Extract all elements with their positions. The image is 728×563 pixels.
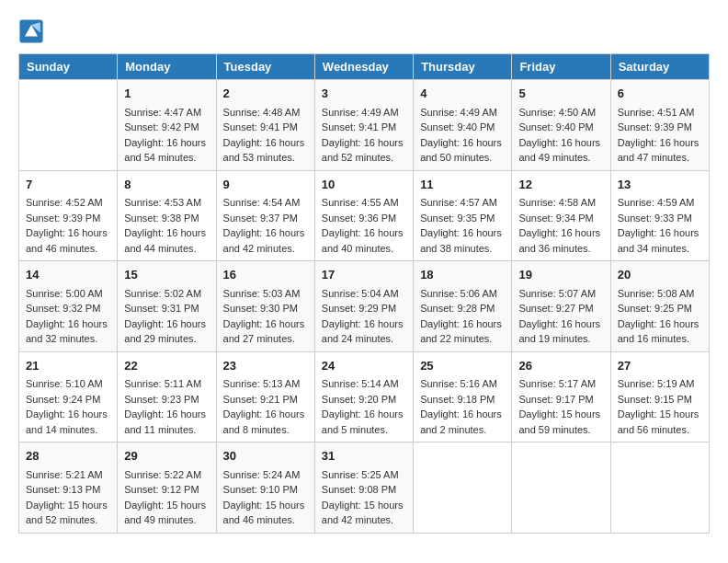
day-info: Sunrise: 5:13 AM Sunset: 9:21 PM Dayligh… [223,376,308,437]
calendar-cell: 29Sunrise: 5:22 AM Sunset: 9:12 PM Dayli… [118,442,216,534]
day-number: 1 [124,85,209,103]
calendar-cell: 5Sunrise: 4:50 AM Sunset: 9:40 PM Daylig… [512,80,610,171]
calendar-week-row: 1Sunrise: 4:47 AM Sunset: 9:42 PM Daylig… [19,80,710,171]
day-info: Sunrise: 5:17 AM Sunset: 9:17 PM Dayligh… [518,376,603,437]
day-info: Sunrise: 4:49 AM Sunset: 9:41 PM Dayligh… [322,105,406,166]
day-number: 20 [618,266,702,284]
logo [18,18,48,44]
day-number: 31 [322,447,406,465]
day-info: Sunrise: 4:52 AM Sunset: 9:39 PM Dayligh… [26,195,110,256]
day-number: 13 [618,176,702,194]
day-number: 25 [420,357,505,375]
calendar-cell [512,442,610,534]
calendar-cell [414,442,512,534]
day-info: Sunrise: 5:03 AM Sunset: 9:30 PM Dayligh… [223,286,308,347]
calendar-cell: 10Sunrise: 4:55 AM Sunset: 9:36 PM Dayli… [314,170,413,261]
day-info: Sunrise: 4:58 AM Sunset: 9:34 PM Dayligh… [518,195,603,256]
day-number: 28 [26,447,110,465]
day-number: 12 [518,176,603,194]
day-of-week-header: Thursday [414,54,512,80]
calendar-cell: 18Sunrise: 5:06 AM Sunset: 9:28 PM Dayli… [414,261,512,352]
day-info: Sunrise: 5:07 AM Sunset: 9:27 PM Dayligh… [518,286,603,347]
day-number: 27 [618,357,702,375]
calendar-cell: 4Sunrise: 4:49 AM Sunset: 9:40 PM Daylig… [414,80,512,171]
page-header [18,18,710,44]
day-info: Sunrise: 4:50 AM Sunset: 9:40 PM Dayligh… [518,105,603,166]
calendar-cell: 25Sunrise: 5:16 AM Sunset: 9:18 PM Dayli… [414,351,512,442]
day-info: Sunrise: 4:55 AM Sunset: 9:36 PM Dayligh… [322,195,406,256]
day-number: 2 [223,85,308,103]
calendar-cell: 24Sunrise: 5:14 AM Sunset: 9:20 PM Dayli… [314,351,413,442]
day-of-week-header: Tuesday [216,54,314,80]
calendar-cell: 17Sunrise: 5:04 AM Sunset: 9:29 PM Dayli… [314,261,413,352]
day-of-week-header: Friday [512,54,610,80]
calendar-week-row: 21Sunrise: 5:10 AM Sunset: 9:24 PM Dayli… [19,351,710,442]
calendar-week-row: 14Sunrise: 5:00 AM Sunset: 9:32 PM Dayli… [19,261,710,352]
day-info: Sunrise: 5:14 AM Sunset: 9:20 PM Dayligh… [322,376,406,437]
calendar-week-row: 28Sunrise: 5:21 AM Sunset: 9:13 PM Dayli… [19,442,710,534]
day-of-week-header: Monday [118,54,216,80]
day-number: 22 [124,357,209,375]
day-info: Sunrise: 4:54 AM Sunset: 9:37 PM Dayligh… [223,195,308,256]
calendar-cell: 12Sunrise: 4:58 AM Sunset: 9:34 PM Dayli… [512,170,610,261]
day-number: 19 [518,266,603,284]
day-number: 24 [322,357,406,375]
day-of-week-header: Wednesday [314,54,413,80]
calendar-table: SundayMondayTuesdayWednesdayThursdayFrid… [18,53,710,534]
day-info: Sunrise: 5:06 AM Sunset: 9:28 PM Dayligh… [420,286,505,347]
day-number: 8 [124,176,209,194]
calendar-cell: 20Sunrise: 5:08 AM Sunset: 9:25 PM Dayli… [610,261,709,352]
calendar-cell: 13Sunrise: 4:59 AM Sunset: 9:33 PM Dayli… [610,170,709,261]
day-info: Sunrise: 4:59 AM Sunset: 9:33 PM Dayligh… [618,195,702,256]
day-number: 30 [223,447,308,465]
calendar-cell: 8Sunrise: 4:53 AM Sunset: 9:38 PM Daylig… [118,170,216,261]
calendar-cell: 19Sunrise: 5:07 AM Sunset: 9:27 PM Dayli… [512,261,610,352]
day-number: 29 [124,447,209,465]
day-number: 3 [322,85,406,103]
calendar-cell [610,442,709,534]
day-info: Sunrise: 5:21 AM Sunset: 9:13 PM Dayligh… [26,467,110,528]
day-number: 16 [223,266,308,284]
day-info: Sunrise: 5:08 AM Sunset: 9:25 PM Dayligh… [618,286,702,347]
calendar-cell: 1Sunrise: 4:47 AM Sunset: 9:42 PM Daylig… [118,80,216,171]
day-number: 14 [26,266,110,284]
day-info: Sunrise: 5:11 AM Sunset: 9:23 PM Dayligh… [124,376,209,437]
day-number: 26 [518,357,603,375]
day-info: Sunrise: 5:19 AM Sunset: 9:15 PM Dayligh… [618,376,702,437]
day-info: Sunrise: 4:47 AM Sunset: 9:42 PM Dayligh… [124,105,209,166]
day-number: 17 [322,266,406,284]
calendar-cell: 15Sunrise: 5:02 AM Sunset: 9:31 PM Dayli… [118,261,216,352]
day-info: Sunrise: 5:00 AM Sunset: 9:32 PM Dayligh… [26,286,110,347]
calendar-cell: 6Sunrise: 4:51 AM Sunset: 9:39 PM Daylig… [610,80,709,171]
day-number: 7 [26,176,110,194]
calendar-cell: 21Sunrise: 5:10 AM Sunset: 9:24 PM Dayli… [19,351,118,442]
calendar-week-row: 7Sunrise: 4:52 AM Sunset: 9:39 PM Daylig… [19,170,710,261]
day-info: Sunrise: 5:16 AM Sunset: 9:18 PM Dayligh… [420,376,505,437]
calendar-cell: 7Sunrise: 4:52 AM Sunset: 9:39 PM Daylig… [19,170,118,261]
day-info: Sunrise: 4:49 AM Sunset: 9:40 PM Dayligh… [420,105,505,166]
calendar-cell: 23Sunrise: 5:13 AM Sunset: 9:21 PM Dayli… [216,351,314,442]
day-info: Sunrise: 4:51 AM Sunset: 9:39 PM Dayligh… [618,105,702,166]
day-number: 9 [223,176,308,194]
calendar-cell: 27Sunrise: 5:19 AM Sunset: 9:15 PM Dayli… [610,351,709,442]
day-info: Sunrise: 5:10 AM Sunset: 9:24 PM Dayligh… [26,376,110,437]
day-number: 11 [420,176,505,194]
logo-icon [18,18,44,44]
day-number: 23 [223,357,308,375]
day-info: Sunrise: 5:04 AM Sunset: 9:29 PM Dayligh… [322,286,406,347]
day-number: 10 [322,176,406,194]
calendar-header-row: SundayMondayTuesdayWednesdayThursdayFrid… [19,54,710,80]
calendar-cell: 26Sunrise: 5:17 AM Sunset: 9:17 PM Dayli… [512,351,610,442]
day-of-week-header: Saturday [610,54,709,80]
calendar-cell [19,80,118,171]
day-info: Sunrise: 5:02 AM Sunset: 9:31 PM Dayligh… [124,286,209,347]
day-number: 18 [420,266,505,284]
day-info: Sunrise: 4:48 AM Sunset: 9:41 PM Dayligh… [223,105,308,166]
day-number: 5 [518,85,603,103]
calendar-cell: 30Sunrise: 5:24 AM Sunset: 9:10 PM Dayli… [216,442,314,534]
day-number: 15 [124,266,209,284]
day-info: Sunrise: 5:25 AM Sunset: 9:08 PM Dayligh… [322,467,406,528]
day-info: Sunrise: 5:22 AM Sunset: 9:12 PM Dayligh… [124,467,209,528]
calendar-cell: 9Sunrise: 4:54 AM Sunset: 9:37 PM Daylig… [216,170,314,261]
calendar-cell: 14Sunrise: 5:00 AM Sunset: 9:32 PM Dayli… [19,261,118,352]
